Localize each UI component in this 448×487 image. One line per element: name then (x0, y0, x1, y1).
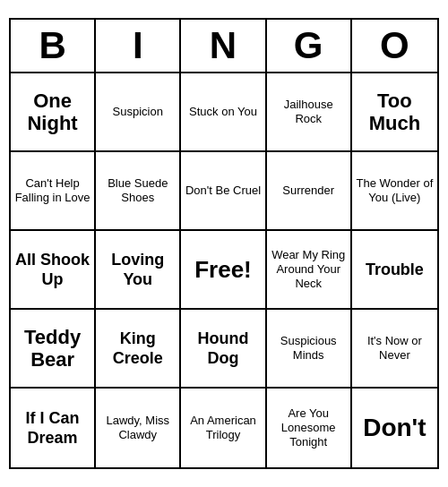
cell-text-20: If I Can Dream (14, 408, 90, 449)
bingo-cell-24: Don't (352, 389, 437, 467)
bingo-cell-5: Can't Help Falling in Love (11, 152, 96, 231)
cell-text-4: Too Much (356, 90, 434, 135)
cell-text-19: It's Now or Never (356, 334, 434, 363)
bingo-cell-20: If I Can Dream (11, 389, 96, 467)
bingo-cell-9: The Wonder of You (Live) (352, 152, 437, 231)
cell-text-17: Hound Dog (185, 329, 261, 369)
cell-text-3: Jailhouse Rock (271, 98, 347, 127)
header-letter-o: O (352, 20, 437, 72)
bingo-cell-17: Hound Dog (181, 310, 266, 389)
bingo-cell-23: Are You Lonesome Tonight (267, 389, 352, 467)
bingo-cell-11: Loving You (96, 231, 181, 310)
cell-text-10: All Shook Up (14, 250, 90, 290)
bingo-cell-4: Too Much (352, 73, 437, 152)
cell-text-14: Trouble (366, 260, 424, 280)
cell-text-9: The Wonder of You (Live) (356, 176, 434, 206)
bingo-cell-13: Wear My Ring Around Your Neck (267, 231, 352, 310)
cell-text-7: Don't Be Cruel (185, 184, 261, 198)
bingo-card: BINGO One NightSuspicionStuck on YouJail… (9, 18, 439, 469)
cell-text-1: Suspicion (113, 105, 163, 119)
cell-text-24: Don't (363, 414, 426, 442)
cell-text-0: One Night (14, 90, 90, 135)
cell-text-8: Surrender (282, 184, 334, 198)
cell-text-22: An American Trilogy (185, 414, 261, 443)
bingo-cell-14: Trouble (352, 231, 437, 310)
bingo-cell-22: An American Trilogy (181, 389, 266, 467)
bingo-cell-7: Don't Be Cruel (181, 152, 266, 231)
cell-text-21: Lawdy, Miss Clawdy (99, 414, 176, 443)
bingo-cell-2: Stuck on You (181, 73, 266, 152)
cell-text-13: Wear My Ring Around Your Neck (271, 248, 347, 292)
cell-text-23: Are You Lonesome Tonight (271, 406, 347, 450)
header-letter-b: B (11, 20, 96, 72)
bingo-cell-1: Suspicion (96, 73, 181, 152)
cell-text-12: Free! (194, 255, 252, 285)
bingo-cell-21: Lawdy, Miss Clawdy (96, 389, 181, 467)
cell-text-11: Loving You (99, 250, 176, 290)
header-letter-i: I (96, 20, 181, 72)
cell-text-18: Suspicious Minds (271, 334, 347, 363)
bingo-cell-12: Free! (181, 231, 266, 310)
bingo-cell-19: It's Now or Never (352, 310, 437, 389)
cell-text-2: Stuck on You (189, 105, 257, 119)
bingo-grid: One NightSuspicionStuck on YouJailhouse … (11, 73, 437, 467)
header-letter-g: G (267, 20, 352, 72)
cell-text-16: King Creole (99, 329, 176, 369)
bingo-header: BINGO (11, 20, 437, 73)
cell-text-6: Blue Suede Shoes (99, 176, 176, 206)
bingo-cell-10: All Shook Up (11, 231, 96, 310)
bingo-cell-15: Teddy Bear (11, 310, 96, 389)
bingo-cell-8: Surrender (267, 152, 352, 231)
cell-text-5: Can't Help Falling in Love (14, 176, 90, 206)
bingo-cell-3: Jailhouse Rock (267, 73, 352, 152)
cell-text-15: Teddy Bear (14, 326, 90, 372)
header-letter-n: N (181, 20, 266, 72)
bingo-cell-0: One Night (11, 73, 96, 152)
bingo-cell-16: King Creole (96, 310, 181, 389)
bingo-cell-18: Suspicious Minds (267, 310, 352, 389)
bingo-cell-6: Blue Suede Shoes (96, 152, 181, 231)
